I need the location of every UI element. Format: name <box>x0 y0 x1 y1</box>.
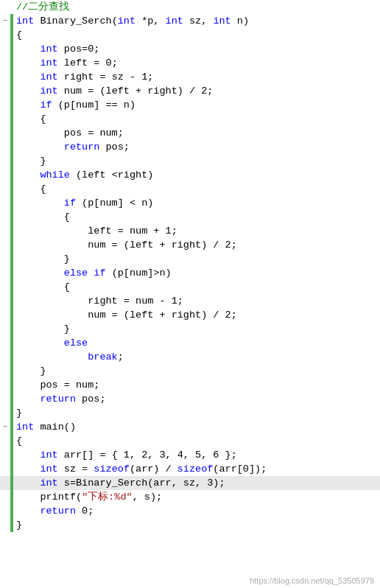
line-content: printf("下标:%d", s); <box>13 490 380 504</box>
line-content: if (p[num] == n) <box>13 98 380 112</box>
line-content: int pos=0; <box>13 42 380 56</box>
code-line: printf("下标:%d", s); <box>0 490 380 504</box>
line-content: while (left <right) <box>13 168 380 182</box>
line-content: } <box>13 406 380 420</box>
line-content: int right = sz - 1; <box>13 70 380 84</box>
code-line: return 0; <box>0 504 380 518</box>
gutter-cell[interactable]: − <box>0 420 10 434</box>
line-content: return pos; <box>13 392 380 406</box>
line-content: //二分查找 <box>13 0 380 14</box>
line-content: { <box>13 112 380 126</box>
code-line: { <box>0 434 380 448</box>
code-line: { <box>0 210 380 224</box>
code-line: right = num - 1; <box>0 294 380 308</box>
code-line: if (p[num] < n) <box>0 196 380 210</box>
code-line: } <box>0 406 380 420</box>
code-line: //二分查找 <box>0 0 380 14</box>
line-content: { <box>13 182 380 196</box>
code-line: { <box>0 28 380 42</box>
code-line: −int main() <box>0 420 380 434</box>
line-content: { <box>13 434 380 448</box>
code-editor: //二分查找−int Binary_Serch(int *p, int sz, … <box>0 0 380 588</box>
code-line: int right = sz - 1; <box>0 70 380 84</box>
line-content: else if (p[num]>n) <box>13 266 380 280</box>
code-line: int sz = sizeof(arr) / sizeof(arr[0]); <box>0 462 380 476</box>
line-content: pos = num; <box>13 126 380 140</box>
line-content: int s=Binary_Serch(arr, sz, 3); <box>13 476 380 490</box>
code-line: } <box>0 322 380 336</box>
code-line: int s=Binary_Serch(arr, sz, 3); <box>0 476 380 490</box>
code-line: return pos; <box>0 392 380 406</box>
line-content: right = num - 1; <box>13 294 380 308</box>
line-content: int main() <box>13 420 380 434</box>
code-line: num = (left + right) / 2; <box>0 238 380 252</box>
line-content: } <box>13 322 380 336</box>
line-content: } <box>13 364 380 378</box>
line-content: } <box>13 154 380 168</box>
code-line: } <box>0 364 380 378</box>
code-line: } <box>0 154 380 168</box>
line-content: break; <box>13 350 380 364</box>
code-line: { <box>0 280 380 294</box>
code-line: pos = num; <box>0 378 380 392</box>
code-line: num = (left + right) / 2; <box>0 308 380 322</box>
line-content: { <box>13 210 380 224</box>
line-content: } <box>13 252 380 266</box>
code-line: int left = 0; <box>0 56 380 70</box>
gutter-cell[interactable]: − <box>0 14 10 28</box>
line-content: { <box>13 28 380 42</box>
line-content: num = (left + right) / 2; <box>13 308 380 322</box>
line-content: int sz = sizeof(arr) / sizeof(arr[0]); <box>13 462 380 476</box>
line-content: int arr[] = { 1, 2, 3, 4, 5, 6 }; <box>13 448 380 462</box>
code-lines: //二分查找−int Binary_Serch(int *p, int sz, … <box>0 0 380 532</box>
line-content: return 0; <box>13 504 380 518</box>
code-line: while (left <right) <box>0 168 380 182</box>
code-line: int num = (left + right) / 2; <box>0 84 380 98</box>
line-content: left = num + 1; <box>13 224 380 238</box>
code-line: } <box>0 252 380 266</box>
code-line: left = num + 1; <box>0 224 380 238</box>
line-content: pos = num; <box>13 378 380 392</box>
code-line: { <box>0 112 380 126</box>
code-line: break; <box>0 350 380 364</box>
code-line: pos = num; <box>0 126 380 140</box>
line-content: if (p[num] < n) <box>13 196 380 210</box>
code-line: −int Binary_Serch(int *p, int sz, int n) <box>0 14 380 28</box>
line-content: else <box>13 336 380 350</box>
line-content: return pos; <box>13 140 380 154</box>
collapse-icon[interactable]: − <box>3 420 7 434</box>
code-line: else <box>0 336 380 350</box>
code-line: } <box>0 518 380 532</box>
line-content: num = (left + right) / 2; <box>13 238 380 252</box>
line-content: } <box>13 518 380 532</box>
code-line: else if (p[num]>n) <box>0 266 380 280</box>
code-line: { <box>0 182 380 196</box>
line-content: { <box>13 280 380 294</box>
code-line: int arr[] = { 1, 2, 3, 4, 5, 6 }; <box>0 448 380 462</box>
line-content: int left = 0; <box>13 56 380 70</box>
line-content: int Binary_Serch(int *p, int sz, int n) <box>13 14 380 28</box>
code-line: if (p[num] == n) <box>0 98 380 112</box>
line-content: int num = (left + right) / 2; <box>13 84 380 98</box>
watermark: https://blog.csdn.net/qq_53505979 <box>250 576 374 585</box>
collapse-icon[interactable]: − <box>3 14 7 28</box>
code-line: return pos; <box>0 140 380 154</box>
code-line: int pos=0; <box>0 42 380 56</box>
